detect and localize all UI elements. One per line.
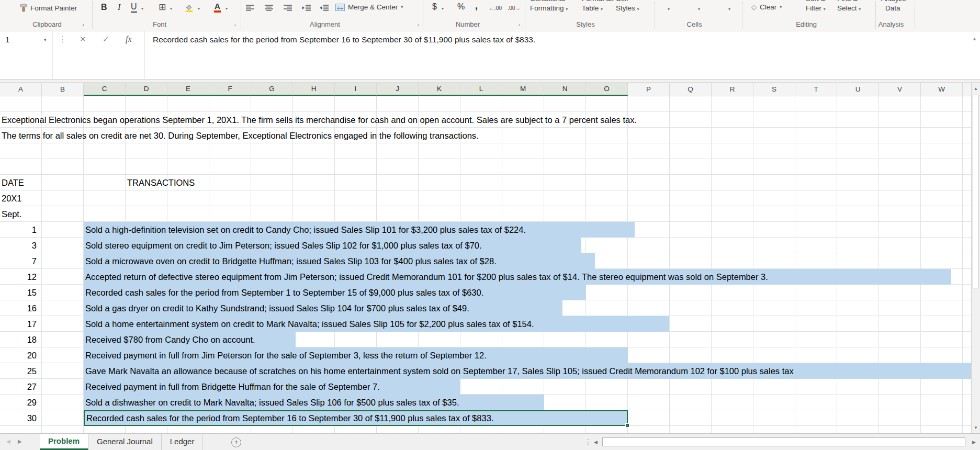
font-dialog-launcher-icon[interactable]: ⌟ [233, 20, 236, 27]
accounting-format-button[interactable]: $ [432, 2, 437, 12]
cell-date-15[interactable]: 15 [0, 285, 37, 300]
column-header-S[interactable]: S [753, 83, 795, 96]
cell-date-30[interactable]: 30 [0, 410, 37, 426]
column-header-T[interactable]: T [795, 83, 837, 96]
column-header-I[interactable]: I [335, 83, 377, 96]
column-header-L[interactable]: L [460, 83, 502, 96]
underline-dropdown-icon[interactable]: ▾ [141, 6, 143, 11]
cell-date-17[interactable]: 17 [0, 316, 37, 332]
column-header-E[interactable]: E [167, 83, 209, 96]
cell-date-3[interactable]: 3 [0, 238, 37, 253]
cell-colA-row6[interactable]: 20X1 [2, 190, 22, 206]
horizontal-scrollbar[interactable]: ◀ ▶ [593, 436, 977, 448]
cell-date-12[interactable]: 12 [0, 269, 37, 285]
align-right-button[interactable] [284, 4, 292, 11]
percent-style-button[interactable]: % [457, 2, 465, 12]
alignment-dialog-launcher-icon[interactable]: ⌟ [416, 20, 419, 27]
cell-date-18[interactable]: 18 [0, 332, 37, 347]
column-header-W[interactable]: W [921, 83, 963, 96]
vertical-scrollbar[interactable]: ▲ ▼ [971, 83, 980, 433]
cell-transaction-29[interactable]: Sold a dishwasher on credit to Mark Nava… [84, 395, 544, 410]
align-left-button[interactable] [246, 4, 254, 11]
sheet-tab-general-journal[interactable]: General Journal [88, 434, 162, 450]
cell-date-27[interactable]: 27 [0, 379, 37, 395]
column-header-A[interactable]: A [0, 83, 42, 96]
cell-note-row1[interactable]: Exceptional Electronics began operations… [2, 112, 637, 128]
column-header-K[interactable]: K [419, 83, 460, 96]
clear-dropdown-icon[interactable]: ▾ [780, 5, 782, 9]
cell-transaction-27[interactable]: Received payment in full from Bridgette … [84, 379, 460, 395]
font-color-button[interactable]: A [214, 2, 221, 13]
clear-button[interactable]: ◇ Clear ▾ [751, 3, 782, 11]
column-header-O[interactable]: O [586, 83, 628, 96]
cell-colA-row7[interactable]: Sept. [2, 206, 22, 222]
name-box-dropdown-icon[interactable]: ▾ [44, 37, 47, 42]
cell-transaction-7[interactable]: Sold a microwave oven on credit to Bridg… [84, 253, 595, 269]
cell-transaction-18[interactable]: Received $780 from Candy Cho on account. [84, 332, 296, 347]
column-header-V[interactable]: V [879, 83, 921, 96]
fill-handle[interactable] [625, 423, 629, 428]
comma-style-button[interactable]: , [475, 1, 478, 12]
sheet-tab-ledger[interactable]: Ledger [162, 434, 204, 450]
increase-indent-button[interactable] [320, 4, 329, 11]
scroll-up-icon[interactable]: ▲ [972, 86, 980, 91]
cell-transaction-1[interactable]: Sold a high-definition television set on… [84, 222, 635, 238]
sheet-tab-problem[interactable]: Problem [40, 434, 88, 450]
number-dialog-launcher-icon[interactable]: ⌟ [517, 20, 520, 27]
cell-date-7[interactable]: 7 [0, 253, 37, 269]
cell-date-20[interactable]: 20 [0, 347, 37, 363]
cell-date-29[interactable]: 29 [0, 395, 37, 410]
sheet-nav-right-icon[interactable]: ▶ [18, 438, 22, 444]
column-header-G[interactable]: G [251, 83, 293, 96]
cell-colD-row5[interactable]: TRANSACTIONS [127, 175, 195, 190]
cell-transaction-12[interactable]: Accepted return of defective stereo equi… [84, 269, 951, 285]
cell-transaction-3[interactable]: Sold stereo equipment on credit to Jim P… [84, 238, 581, 253]
italic-button[interactable]: I [118, 3, 120, 12]
format-painter-button[interactable]: Format Painter [20, 4, 77, 12]
cancel-button[interactable]: ✕ [80, 35, 86, 44]
cell-note-row2[interactable]: The terms for all sales on credit are ne… [2, 128, 479, 143]
underline-button[interactable]: U [131, 2, 137, 13]
tab-scrollbar-splitter-icon[interactable]: ⋮ [584, 437, 592, 446]
cell-colA-row5[interactable]: DATE [2, 175, 24, 190]
column-header-N[interactable]: N [544, 83, 586, 96]
borders-dropdown-icon[interactable]: ▾ [170, 6, 172, 11]
column-header-P[interactable]: P [628, 83, 670, 96]
decrease-indent-button[interactable] [302, 4, 311, 11]
bold-button[interactable]: B [101, 3, 107, 12]
column-header-Q[interactable]: Q [670, 83, 712, 96]
cell-transaction-16[interactable]: Sold a gas dryer on credit to Kathy Sund… [84, 300, 562, 316]
clipboard-dialog-launcher-icon[interactable]: ⌟ [82, 20, 84, 27]
fill-color-button[interactable] [184, 3, 194, 12]
column-header-J[interactable]: J [377, 83, 419, 96]
cell-date-25[interactable]: 25 [0, 363, 37, 379]
scroll-left-icon[interactable]: ◀ [594, 440, 598, 445]
scroll-down-icon[interactable]: ▼ [972, 425, 980, 430]
cell-transaction-20[interactable]: Received payment in full from Jim Peters… [84, 347, 628, 363]
cell-transaction-17[interactable]: Sold a home entertainment system on cred… [84, 316, 669, 332]
fill-color-dropdown-icon[interactable]: ▾ [198, 6, 200, 11]
column-header-B[interactable]: B [42, 83, 84, 96]
name-box-resizer-icon[interactable]: ⋮ [59, 35, 66, 44]
new-sheet-button[interactable]: + [231, 437, 241, 447]
collapse-formula-bar-icon[interactable]: ▲ [972, 36, 977, 41]
formula-bar-content[interactable]: Recorded cash sales for the period from … [153, 35, 535, 44]
column-header-D[interactable]: D [126, 83, 167, 96]
name-box[interactable]: 1 [5, 35, 9, 44]
horizontal-scrollbar-thumb[interactable] [602, 437, 965, 446]
increase-decimal-button[interactable]: ←.00 [489, 5, 502, 11]
vertical-scrollbar-thumb[interactable] [973, 95, 978, 288]
column-header-U[interactable]: U [837, 83, 879, 96]
column-header-M[interactable]: M [502, 83, 544, 96]
cell-date-1[interactable]: 1 [0, 222, 37, 238]
scroll-right-icon[interactable]: ▶ [972, 440, 976, 445]
merge-center-button[interactable]: Merge & Center ▾ [335, 3, 403, 11]
column-header-C[interactable]: C [84, 83, 126, 96]
column-header-F[interactable]: F [209, 83, 251, 96]
cell-transaction-30[interactable]: Recorded cash sales for the period from … [84, 410, 628, 426]
column-header-R[interactable]: R [712, 83, 753, 96]
cell-transaction-15[interactable]: Recorded cash sales for the period from … [84, 285, 586, 300]
font-color-dropdown-icon[interactable]: ▾ [226, 6, 228, 11]
align-center-button[interactable] [265, 4, 273, 11]
decrease-decimal-button[interactable]: .00→ [508, 5, 521, 11]
